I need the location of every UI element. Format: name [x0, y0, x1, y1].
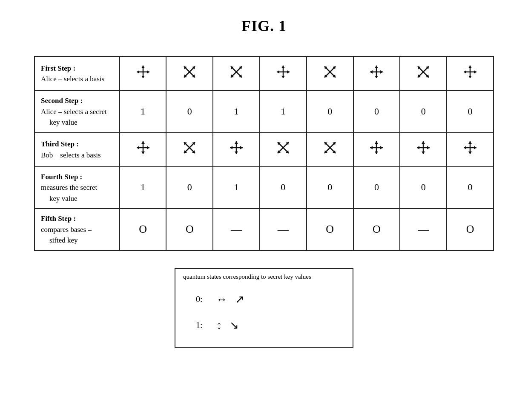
svg-marker-32 [370, 70, 373, 74]
svg-marker-94 [468, 141, 472, 144]
legend-row: 1:↕↘ [196, 313, 345, 337]
table-row: Second Step :Alice – selects a secretkey… [34, 91, 494, 133]
data-cell-r3-c3: 0 [260, 167, 307, 209]
table-row: Fourth Step :measures the secretkey valu… [34, 167, 494, 209]
data-cell-r4-c6: — [400, 209, 447, 251]
svg-marker-4 [141, 66, 145, 68]
data-cell-r2-c4 [307, 133, 353, 167]
data-cell-r0-c7 [447, 57, 494, 91]
main-table: First Step :Alice – selects a basis [34, 56, 494, 251]
data-cell-r0-c5 [353, 57, 400, 91]
svg-marker-92 [464, 146, 466, 149]
svg-marker-65 [235, 151, 238, 154]
legend-row: 0:↔↗ [196, 287, 345, 311]
data-cell-r2-c1 [166, 133, 213, 167]
svg-marker-33 [380, 70, 383, 74]
svg-marker-83 [375, 151, 378, 154]
data-cell-r3-c7: 0 [447, 167, 494, 209]
svg-marker-46 [468, 66, 472, 68]
svg-marker-95 [468, 151, 472, 154]
data-cell-r4-c7: O [447, 209, 494, 251]
data-cell-r1-c7: 0 [447, 91, 494, 133]
svg-marker-44 [464, 70, 466, 74]
data-cell-r4-c0: O [120, 209, 166, 251]
data-cell-r2-c2 [213, 133, 260, 167]
data-cell-r0-c2 [213, 57, 260, 91]
svg-marker-63 [240, 146, 243, 149]
svg-marker-47 [468, 76, 472, 78]
data-cell-r0-c0 [120, 57, 166, 91]
data-cell-r3-c0: 1 [120, 167, 166, 209]
svg-marker-52 [141, 141, 145, 144]
label-cell-1: Second Step :Alice – selects a secretkey… [34, 91, 120, 133]
data-cell-r1-c4: 0 [307, 91, 353, 133]
data-cell-r2-c6 [400, 133, 447, 167]
data-cell-r0-c3 [260, 57, 307, 91]
label-cell-4: Fifth Step :compares bases –sifted key [34, 209, 120, 251]
label-cell-3: Fourth Step :measures the secretkey valu… [34, 167, 120, 209]
legend-box: quantum states corresponding to secret k… [175, 268, 353, 348]
svg-marker-93 [474, 146, 476, 149]
data-cell-r3-c4: 0 [307, 167, 353, 209]
data-cell-r3-c1: 0 [166, 167, 213, 209]
figure-title: FIG. 1 [241, 17, 287, 35]
data-cell-r1-c2: 1 [213, 91, 260, 133]
legend-key: 1: [196, 316, 209, 334]
svg-marker-82 [375, 141, 378, 144]
table-row: Third Step :Bob – selects a basis [34, 133, 494, 167]
svg-marker-80 [370, 146, 373, 149]
data-cell-r4-c1: O [166, 209, 213, 251]
svg-marker-2 [137, 70, 139, 74]
svg-marker-87 [427, 146, 430, 149]
svg-marker-35 [375, 76, 378, 78]
svg-marker-3 [147, 70, 149, 74]
data-cell-r2-c3 [260, 133, 307, 167]
label-cell-0: First Step :Alice – selects a basis [34, 57, 120, 91]
data-cell-r3-c2: 1 [213, 167, 260, 209]
data-cell-r2-c0 [120, 133, 166, 167]
data-cell-r4-c4: O [307, 209, 353, 251]
table-row: Fifth Step :compares bases –sifted keyOO… [34, 209, 494, 251]
legend-symbol: ↕ [216, 313, 222, 337]
svg-marker-21 [287, 70, 290, 74]
svg-marker-86 [417, 146, 419, 149]
data-cell-r3-c6: 0 [400, 167, 447, 209]
svg-marker-22 [281, 66, 285, 68]
data-cell-r4-c5: O [353, 209, 400, 251]
legend-content: 0:↔↗1:↕↘ [183, 287, 345, 337]
svg-marker-23 [281, 76, 285, 78]
data-cell-r1-c0: 1 [120, 91, 166, 133]
legend-symbol: ↗ [235, 287, 244, 311]
legend-symbol: ↔ [216, 287, 227, 311]
svg-marker-53 [141, 151, 145, 154]
svg-marker-34 [375, 66, 378, 68]
svg-marker-62 [230, 146, 232, 149]
legend-title: quantum states corresponding to secret k… [183, 273, 345, 280]
table-row: First Step :Alice – selects a basis [34, 57, 494, 91]
data-cell-r2-c5 [353, 133, 400, 167]
data-cell-r1-c1: 0 [166, 91, 213, 133]
legend-key: 0: [196, 290, 209, 309]
data-cell-r4-c3: — [260, 209, 307, 251]
svg-marker-51 [147, 146, 149, 149]
data-cell-r3-c5: 0 [353, 167, 400, 209]
svg-marker-45 [474, 70, 476, 74]
data-cell-r2-c7 [447, 133, 494, 167]
svg-marker-81 [380, 146, 383, 149]
data-cell-r4-c2: — [213, 209, 260, 251]
legend-symbol: ↘ [230, 313, 239, 337]
svg-marker-20 [277, 70, 279, 74]
svg-marker-64 [235, 141, 238, 144]
data-cell-r1-c3: 1 [260, 91, 307, 133]
data-cell-r1-c6: 0 [400, 91, 447, 133]
svg-marker-89 [422, 151, 425, 154]
data-cell-r0-c1 [166, 57, 213, 91]
svg-marker-88 [422, 141, 425, 144]
data-cell-r0-c4 [307, 57, 353, 91]
data-cell-r0-c6 [400, 57, 447, 91]
svg-marker-50 [137, 146, 139, 149]
label-cell-2: Third Step :Bob – selects a basis [34, 133, 120, 167]
svg-marker-5 [141, 76, 145, 78]
data-cell-r1-c5: 0 [353, 91, 400, 133]
